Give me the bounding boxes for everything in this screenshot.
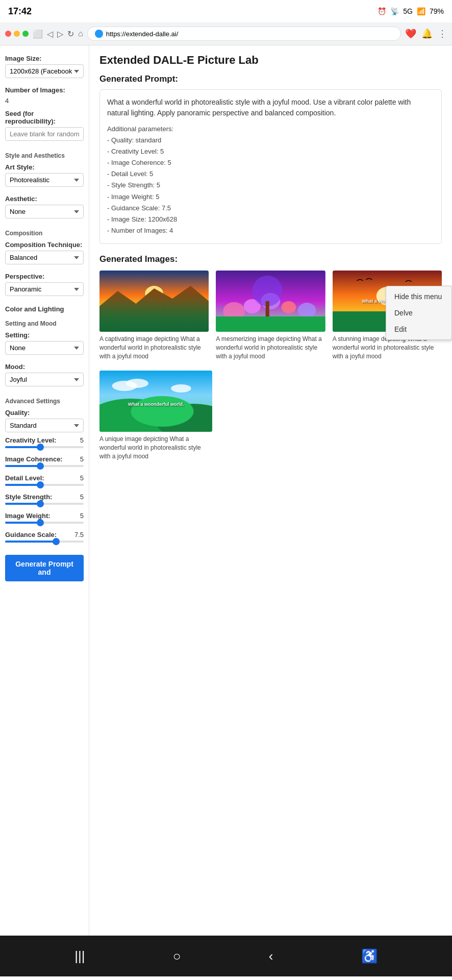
dot-green[interactable] (22, 31, 29, 37)
image-size-label: Image Size: (5, 55, 84, 62)
back-icon[interactable]: ◁ (47, 29, 53, 39)
detail-track[interactable] (5, 484, 84, 486)
status-time: 17:42 (8, 6, 32, 17)
svg-rect-10 (266, 301, 269, 316)
coherence-track[interactable] (5, 465, 84, 467)
param-style: - Style Strength: 5 (107, 180, 434, 191)
app-container: Image Size: 1200x628 (Facebook Number of… (0, 45, 452, 936)
color-lighting-title: Color and Lighting (5, 305, 84, 313)
additional-params-label: Additional parameters: (107, 124, 434, 135)
seed-input[interactable] (5, 127, 84, 141)
browser-dots (5, 31, 29, 37)
status-icons: ⏰ 📡 5G 📶 79% (378, 7, 444, 15)
dot-red[interactable] (5, 31, 11, 37)
sidebar: Image Size: 1200x628 (Facebook Number of… (0, 45, 89, 936)
home-icon[interactable]: ⌂ (78, 29, 83, 39)
composition-title: Composition (5, 230, 84, 237)
svg-rect-0 (99, 271, 209, 332)
mood-select[interactable]: Joyful (5, 373, 84, 386)
image-card-1: A captivating image depicting What a won… (99, 271, 209, 360)
seed-label: Seed (for reproducibility): (5, 110, 84, 125)
image-caption-2: A mesmerizing image depicting What a won… (216, 335, 325, 360)
guidance-slider-container: Guidance Scale: 7.5 (5, 531, 84, 543)
forward-icon[interactable]: ▷ (57, 29, 63, 39)
guidance-track[interactable] (5, 541, 84, 543)
coherence-slider-container: Image Coherence: 5 (5, 455, 84, 467)
nav-home-btn[interactable]: ○ (168, 943, 186, 969)
style-strength-label: Style Strength: (5, 493, 52, 501)
perspective-select[interactable]: Panoramic (5, 282, 84, 296)
composition-tech-select[interactable]: Balanced (5, 251, 84, 264)
browser-bar: ⬜ ◁ ▷ ↻ ⌂ 🌐 https://extended-dalle.ai/ ❤… (0, 22, 452, 45)
param-quality: - Quality: standard (107, 135, 434, 146)
bell-icon[interactable]: 🔔 (421, 28, 433, 39)
svg-point-8 (298, 303, 316, 318)
image-weight-value: 5 (80, 512, 84, 520)
style-strength-track[interactable] (5, 503, 84, 505)
param-detail: - Detail Level: 5 (107, 168, 434, 180)
aesthetic-select[interactable]: None (5, 205, 84, 218)
heart-icon[interactable]: ❤️ (405, 28, 416, 39)
param-num-images: - Number of Images: 4 (107, 225, 434, 236)
composition-tech-label: Composition Technique: (5, 241, 84, 249)
setting-mood-title: Setting and Mood (5, 320, 84, 327)
signal-icon: 5G (403, 7, 413, 15)
tab-icon[interactable]: ⬜ (33, 29, 43, 39)
image-size-select[interactable]: 1200x628 (Facebook (5, 64, 84, 78)
params-section: Additional parameters: - Quality: standa… (107, 124, 434, 236)
mood-label: Mood: (5, 363, 84, 371)
art-style-label: Art Style: (5, 163, 84, 171)
url-text: https://extended-dalle.ai/ (106, 30, 179, 38)
image-weight-track[interactable] (5, 522, 84, 524)
url-bar[interactable]: 🌐 https://extended-dalle.ai/ (87, 27, 401, 41)
image-4[interactable]: What a woonderful world. (99, 371, 212, 432)
coherence-label: Image Coherence: (5, 455, 63, 463)
page-title: Extended DALL-E Picture Lab (99, 54, 442, 67)
art-style-select[interactable]: Photorealistic (5, 173, 84, 187)
more-icon[interactable]: ⋮ (438, 28, 447, 39)
nav-back-btn[interactable]: ‹ (264, 943, 279, 969)
image-1[interactable] (99, 271, 209, 332)
nav-menu-btn[interactable]: ||| (69, 943, 90, 969)
svg-point-20 (126, 379, 148, 388)
detail-value: 5 (80, 474, 84, 482)
nav-accessibility-btn[interactable]: ♿ (356, 943, 383, 969)
creativity-value: 5 (80, 436, 84, 444)
quality-select[interactable]: Standard (5, 419, 84, 432)
guidance-label: Guidance Scale: (5, 531, 57, 538)
param-weight: - Image Weight: 5 (107, 191, 434, 203)
image-caption-1: A captivating image depicting What a won… (99, 335, 209, 360)
image-weight-label: Image Weight: (5, 512, 51, 520)
num-images-label: Number of Images: (5, 86, 84, 94)
detail-slider-container: Detail Level: 5 (5, 474, 84, 486)
image-2[interactable] (216, 271, 325, 332)
num-images-value: 4 (5, 96, 84, 106)
generate-button[interactable]: Generate Prompt and (5, 555, 84, 581)
style-strength-value: 5 (80, 493, 84, 501)
context-menu-edit[interactable]: Edit (386, 321, 451, 337)
svg-point-7 (282, 301, 296, 313)
prompt-box: What a wonderful world in photorealistic… (99, 89, 442, 244)
setting-select[interactable]: None (5, 341, 84, 355)
image-caption-4: A unique image depicting What a wonderfu… (99, 435, 212, 460)
refresh-icon[interactable]: ↻ (67, 29, 74, 39)
hotspot-icon: 📡 (390, 7, 399, 15)
creativity-label: Creativity Level: (5, 436, 56, 444)
guidance-value: 7.5 (74, 531, 84, 538)
style-strength-slider-container: Style Strength: 5 (5, 493, 84, 505)
main-content: Extended DALL-E Picture Lab Generated Pr… (89, 45, 452, 936)
param-coherence: - Image Coherence: 5 (107, 157, 434, 168)
context-menu-delve[interactable]: Delve (386, 305, 451, 321)
svg-rect-11 (216, 316, 325, 332)
svg-marker-2 (99, 286, 209, 332)
image-card-4: What a woonderful world. A unique image … (99, 371, 212, 460)
generated-images-title: Generated Images: (99, 254, 442, 264)
wifi-icon: 📶 (417, 7, 425, 15)
context-menu-hide[interactable]: Hide this menu (386, 288, 451, 305)
creativity-track[interactable] (5, 446, 84, 448)
svg-point-21 (171, 384, 191, 393)
alarm-icon: ⏰ (378, 7, 386, 15)
url-favicon: 🌐 (95, 30, 103, 38)
dot-yellow[interactable] (14, 31, 20, 37)
svg-point-18 (131, 396, 194, 427)
